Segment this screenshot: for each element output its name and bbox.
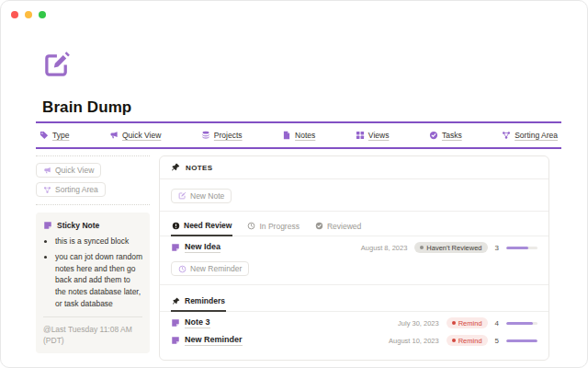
status-dot bbox=[420, 246, 424, 249]
status-dot bbox=[452, 321, 456, 325]
reminder-row: New Reminder August 10, 2023 Remind 5 bbox=[171, 333, 537, 351]
stack-icon bbox=[201, 131, 210, 140]
status-badge: Haven't Reviewed bbox=[414, 242, 487, 253]
network-icon bbox=[43, 186, 51, 194]
app-window: Brain Dump Type Quick View Projects Note… bbox=[0, 0, 588, 368]
notes-status-tabs: Need Review In Progress Reviewed bbox=[160, 219, 548, 236]
sticky-note-title: Sticky Note bbox=[57, 221, 99, 230]
tag-icon bbox=[40, 131, 49, 140]
note-link-note-3[interactable]: Note 3 bbox=[171, 317, 210, 328]
sticky-note-icon bbox=[171, 336, 180, 345]
minimize-window-button[interactable] bbox=[25, 11, 32, 18]
note-file-icon bbox=[282, 131, 291, 140]
nav-item-tasks[interactable]: Tasks bbox=[429, 131, 462, 140]
network-icon bbox=[502, 131, 511, 140]
sidebar: Quick View Sorting Area Sticky Note this… bbox=[36, 155, 150, 368]
sorting-area-button[interactable]: Sorting Area bbox=[36, 182, 106, 197]
close-window-button[interactable] bbox=[11, 11, 18, 18]
note-count: 3 bbox=[495, 244, 499, 252]
report-tab-row: Report bbox=[36, 364, 150, 368]
note-link-new-reminder[interactable]: New Reminder bbox=[171, 335, 243, 346]
quick-view-button[interactable]: Quick View bbox=[36, 163, 101, 178]
sticky-note-panel: Sticky Note this is a synced block you c… bbox=[36, 213, 150, 353]
sticky-note-icon bbox=[171, 243, 180, 252]
tab-reviewed[interactable]: Reviewed bbox=[314, 219, 362, 236]
note-count: 4 bbox=[495, 319, 499, 328]
remind-badge: Remind bbox=[447, 317, 488, 328]
sticky-note-icon bbox=[171, 318, 180, 328]
nav-item-type[interactable]: Type bbox=[40, 131, 69, 140]
tab-reminders[interactable]: Reminders bbox=[171, 294, 226, 312]
window-controls bbox=[11, 11, 46, 18]
alert-circle-icon bbox=[172, 222, 180, 230]
nav-item-quick-view[interactable]: Quick View bbox=[109, 131, 161, 140]
notes-section-title: NOTES bbox=[186, 164, 213, 172]
remind-badge: Remind bbox=[447, 335, 488, 346]
divider bbox=[43, 316, 142, 317]
progress-bar bbox=[506, 339, 537, 342]
page-edit-icon bbox=[43, 50, 72, 78]
clock-icon bbox=[247, 222, 255, 230]
note-date: July 30, 2023 bbox=[398, 319, 439, 328]
main-content: NOTES New Note Need Review bbox=[159, 155, 549, 368]
clock-icon bbox=[178, 265, 187, 273]
property-nav-bar: Type Quick View Projects Notes Views Tas… bbox=[36, 121, 561, 149]
tab-need-review[interactable]: Need Review bbox=[171, 219, 232, 236]
check-circle-icon bbox=[315, 222, 323, 230]
divider bbox=[160, 284, 548, 285]
note-date: August 10, 2023 bbox=[389, 337, 439, 345]
nav-item-sorting-area[interactable]: Sorting Area bbox=[502, 131, 558, 140]
nav-item-views[interactable]: Views bbox=[356, 131, 390, 140]
divider bbox=[160, 211, 548, 212]
zoom-window-button[interactable] bbox=[39, 11, 46, 18]
reminder-row: Note 3 July 30, 2023 Remind 4 bbox=[171, 312, 537, 333]
sticky-note-bullet: this is a synced block bbox=[55, 236, 142, 247]
sticky-note-list: this is a synced block you can jot down … bbox=[43, 236, 142, 310]
nav-item-projects[interactable]: Projects bbox=[201, 131, 243, 140]
grid-icon bbox=[356, 131, 365, 140]
new-reminder-button[interactable]: New Reminder bbox=[171, 261, 249, 276]
sticky-note-icon bbox=[43, 221, 52, 230]
megaphone-icon bbox=[43, 167, 51, 175]
note-row: New Idea August 8, 2023 Haven't Reviewed… bbox=[171, 236, 537, 258]
nav-item-notes[interactable]: Notes bbox=[282, 131, 315, 140]
note-link-new-idea[interactable]: New Idea bbox=[171, 242, 220, 253]
reminders-tab-row: Reminders bbox=[160, 293, 548, 313]
pushpin-icon bbox=[171, 163, 180, 172]
new-note-button[interactable]: New Note bbox=[171, 189, 232, 203]
notes-header: NOTES bbox=[160, 156, 548, 179]
edit-icon bbox=[178, 191, 187, 200]
status-dot bbox=[452, 339, 456, 342]
note-date: August 8, 2023 bbox=[361, 244, 407, 252]
pushpin-icon bbox=[172, 297, 180, 305]
notes-card: NOTES New Note Need Review bbox=[159, 155, 549, 361]
megaphone-icon bbox=[109, 131, 119, 140]
check-circle-icon bbox=[429, 131, 438, 140]
progress-bar bbox=[506, 322, 537, 325]
note-count: 5 bbox=[495, 337, 499, 345]
sticky-note-timestamp: @Last Tuesday 11:08 AM (PDT) bbox=[43, 324, 142, 347]
tab-in-progress[interactable]: In Progress bbox=[246, 219, 300, 236]
page-title: Brain Dump bbox=[42, 98, 131, 117]
progress-bar bbox=[506, 247, 537, 249]
sticky-note-bullet: you can jot down random notes here and t… bbox=[55, 251, 142, 310]
